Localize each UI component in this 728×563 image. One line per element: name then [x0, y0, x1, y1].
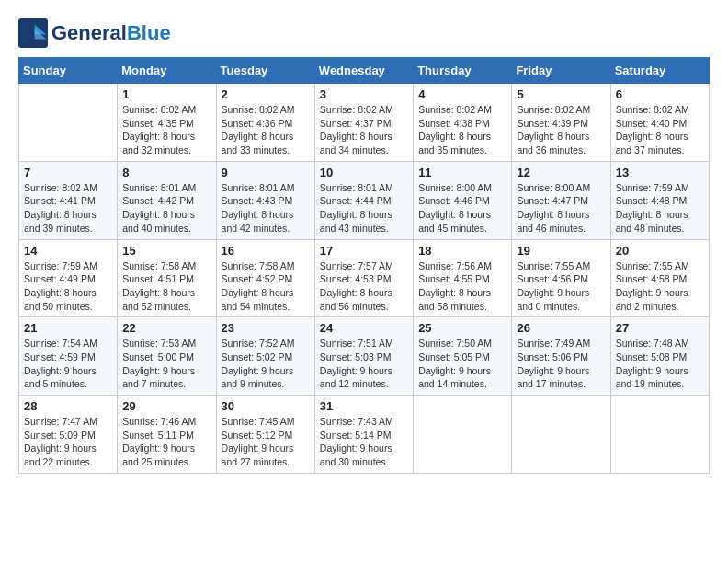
day-number: 16: [222, 244, 310, 258]
day-number: 8: [122, 166, 210, 179]
day-info: Sunrise: 7:45 AM Sunset: 5:12 PM Dayligh…: [222, 415, 310, 469]
day-header-thursday: Thursday: [414, 58, 512, 84]
day-number: 15: [122, 244, 210, 258]
day-cell: 28Sunrise: 7:47 AM Sunset: 5:09 PM Dayli…: [19, 396, 118, 474]
day-number: 25: [418, 321, 506, 335]
day-cell: 13Sunrise: 7:59 AM Sunset: 4:48 PM Dayli…: [610, 161, 709, 239]
day-info: Sunrise: 7:43 AM Sunset: 5:14 PM Dayligh…: [320, 415, 408, 469]
day-info: Sunrise: 7:50 AM Sunset: 5:05 PM Dayligh…: [418, 337, 506, 391]
calendar-table: SundayMondayTuesdayWednesdayThursdayFrid…: [18, 57, 710, 474]
day-cell: 5Sunrise: 8:02 AM Sunset: 4:39 PM Daylig…: [512, 84, 610, 162]
day-info: Sunrise: 8:01 AM Sunset: 4:43 PM Dayligh…: [222, 181, 310, 236]
day-cell: [512, 396, 610, 474]
day-number: 9: [222, 166, 310, 179]
day-number: 26: [517, 321, 605, 335]
day-info: Sunrise: 8:02 AM Sunset: 4:39 PM Dayligh…: [517, 103, 605, 157]
day-number: 27: [616, 321, 704, 335]
day-cell: 24Sunrise: 7:51 AM Sunset: 5:03 PM Dayli…: [314, 317, 413, 396]
day-cell: 15Sunrise: 7:58 AM Sunset: 4:51 PM Dayli…: [118, 239, 216, 317]
day-number: 13: [616, 166, 704, 179]
day-info: Sunrise: 7:55 AM Sunset: 4:58 PM Dayligh…: [616, 259, 704, 314]
day-number: 12: [517, 166, 605, 179]
day-header-friday: Friday: [512, 58, 610, 84]
day-cell: 2Sunrise: 8:02 AM Sunset: 4:36 PM Daylig…: [216, 84, 314, 162]
day-cell: 3Sunrise: 8:02 AM Sunset: 4:37 PM Daylig…: [314, 84, 413, 162]
day-cell: 7Sunrise: 8:02 AM Sunset: 4:41 PM Daylig…: [19, 161, 118, 239]
day-info: Sunrise: 7:58 AM Sunset: 4:52 PM Dayligh…: [222, 259, 310, 314]
day-info: Sunrise: 8:02 AM Sunset: 4:41 PM Dayligh…: [24, 181, 112, 236]
day-info: Sunrise: 8:00 AM Sunset: 4:47 PM Dayligh…: [517, 181, 605, 236]
day-info: Sunrise: 8:01 AM Sunset: 4:44 PM Dayligh…: [320, 181, 408, 236]
day-number: 7: [24, 166, 112, 179]
logo: GeneralBlue: [18, 18, 171, 48]
day-number: 19: [517, 244, 605, 258]
day-number: 17: [320, 244, 408, 258]
day-header-wednesday: Wednesday: [314, 58, 413, 84]
day-info: Sunrise: 8:00 AM Sunset: 4:46 PM Dayligh…: [418, 181, 506, 236]
day-number: 22: [122, 321, 210, 335]
day-number: 10: [320, 166, 408, 179]
day-info: Sunrise: 7:46 AM Sunset: 5:11 PM Dayligh…: [122, 415, 210, 469]
day-number: 18: [418, 244, 506, 258]
day-number: 31: [320, 399, 408, 413]
day-info: Sunrise: 7:47 AM Sunset: 5:09 PM Dayligh…: [24, 415, 112, 469]
day-info: Sunrise: 8:02 AM Sunset: 4:38 PM Dayligh…: [418, 103, 506, 157]
day-info: Sunrise: 8:01 AM Sunset: 4:42 PM Dayligh…: [122, 181, 210, 236]
day-cell: 9Sunrise: 8:01 AM Sunset: 4:43 PM Daylig…: [216, 161, 314, 239]
day-cell: [610, 396, 709, 474]
day-info: Sunrise: 8:02 AM Sunset: 4:37 PM Dayligh…: [320, 103, 408, 157]
day-cell: 16Sunrise: 7:58 AM Sunset: 4:52 PM Dayli…: [216, 239, 314, 317]
logo-text: GeneralBlue: [51, 22, 171, 44]
day-number: 21: [24, 321, 112, 335]
day-info: Sunrise: 8:02 AM Sunset: 4:36 PM Dayligh…: [222, 103, 310, 157]
day-cell: [19, 84, 118, 162]
day-info: Sunrise: 7:51 AM Sunset: 5:03 PM Dayligh…: [320, 337, 408, 391]
day-cell: 21Sunrise: 7:54 AM Sunset: 4:59 PM Dayli…: [19, 317, 118, 396]
week-row-5: 28Sunrise: 7:47 AM Sunset: 5:09 PM Dayli…: [19, 396, 710, 474]
day-header-row: SundayMondayTuesdayWednesdayThursdayFrid…: [19, 58, 710, 84]
day-info: Sunrise: 7:56 AM Sunset: 4:55 PM Dayligh…: [418, 259, 506, 314]
week-row-3: 14Sunrise: 7:59 AM Sunset: 4:49 PM Dayli…: [19, 239, 710, 317]
day-number: 23: [222, 321, 310, 335]
day-cell: 20Sunrise: 7:55 AM Sunset: 4:58 PM Dayli…: [610, 239, 709, 317]
day-header-sunday: Sunday: [19, 58, 118, 84]
day-cell: 30Sunrise: 7:45 AM Sunset: 5:12 PM Dayli…: [216, 396, 314, 474]
logo-icon: [18, 18, 48, 48]
day-number: 1: [122, 87, 210, 101]
day-info: Sunrise: 8:02 AM Sunset: 4:35 PM Dayligh…: [122, 103, 210, 157]
day-cell: 8Sunrise: 8:01 AM Sunset: 4:42 PM Daylig…: [118, 161, 216, 239]
day-info: Sunrise: 7:52 AM Sunset: 5:02 PM Dayligh…: [222, 337, 310, 391]
day-number: 29: [122, 399, 210, 413]
day-number: 14: [24, 244, 112, 258]
week-row-4: 21Sunrise: 7:54 AM Sunset: 4:59 PM Dayli…: [19, 317, 710, 396]
day-info: Sunrise: 7:54 AM Sunset: 4:59 PM Dayligh…: [24, 337, 112, 391]
day-header-saturday: Saturday: [610, 58, 709, 84]
day-info: Sunrise: 7:49 AM Sunset: 5:06 PM Dayligh…: [517, 337, 605, 391]
day-cell: 17Sunrise: 7:57 AM Sunset: 4:53 PM Dayli…: [314, 239, 413, 317]
day-number: 11: [418, 166, 506, 179]
day-cell: [414, 396, 512, 474]
day-number: 28: [24, 399, 112, 413]
day-cell: 6Sunrise: 8:02 AM Sunset: 4:40 PM Daylig…: [610, 84, 709, 162]
day-number: 5: [517, 87, 605, 101]
day-info: Sunrise: 7:59 AM Sunset: 4:49 PM Dayligh…: [24, 259, 112, 314]
day-info: Sunrise: 8:02 AM Sunset: 4:40 PM Dayligh…: [616, 103, 704, 157]
day-cell: 25Sunrise: 7:50 AM Sunset: 5:05 PM Dayli…: [414, 317, 512, 396]
day-info: Sunrise: 7:53 AM Sunset: 5:00 PM Dayligh…: [122, 337, 210, 391]
day-number: 4: [418, 87, 506, 101]
day-number: 30: [222, 399, 310, 413]
page-header: GeneralBlue: [18, 18, 710, 48]
day-info: Sunrise: 7:59 AM Sunset: 4:48 PM Dayligh…: [616, 181, 704, 236]
day-cell: 23Sunrise: 7:52 AM Sunset: 5:02 PM Dayli…: [216, 317, 314, 396]
day-header-monday: Monday: [118, 58, 216, 84]
day-number: 6: [616, 87, 704, 101]
day-number: 24: [320, 321, 408, 335]
day-number: 20: [616, 244, 704, 258]
day-info: Sunrise: 7:58 AM Sunset: 4:51 PM Dayligh…: [122, 259, 210, 314]
day-cell: 10Sunrise: 8:01 AM Sunset: 4:44 PM Dayli…: [314, 161, 413, 239]
day-info: Sunrise: 7:55 AM Sunset: 4:56 PM Dayligh…: [517, 259, 605, 314]
day-cell: 12Sunrise: 8:00 AM Sunset: 4:47 PM Dayli…: [512, 161, 610, 239]
day-cell: 19Sunrise: 7:55 AM Sunset: 4:56 PM Dayli…: [512, 239, 610, 317]
day-number: 2: [222, 87, 310, 101]
day-cell: 1Sunrise: 8:02 AM Sunset: 4:35 PM Daylig…: [118, 84, 216, 162]
